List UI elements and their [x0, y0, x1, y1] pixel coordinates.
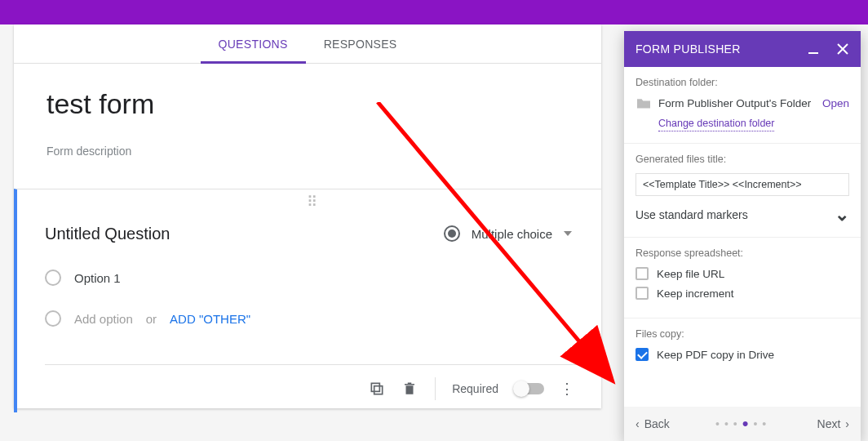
duplicate-button[interactable] — [365, 376, 389, 401]
form-publisher-panel: FORM PUBLISHER Destination folder: Form … — [624, 31, 861, 441]
toggle-thumb — [513, 381, 529, 397]
more-vertical-icon: ⋮ — [560, 380, 576, 398]
editor-tabs: QUESTIONS RESPONSES — [14, 24, 601, 64]
next-label: Next — [817, 417, 841, 430]
checkbox-icon — [636, 267, 649, 280]
tab-responses[interactable]: RESPONSES — [306, 24, 415, 63]
spreadsheet-section: Response spreadsheet: Keep file URL Keep… — [624, 238, 861, 318]
add-other-button[interactable]: ADD "OTHER" — [170, 312, 250, 326]
generated-title-section: Generated files title: Use standard mark… — [624, 144, 861, 238]
folder-icon — [636, 96, 652, 109]
files-copy-section: Files copy: Keep PDF copy in Drive — [624, 318, 861, 379]
back-label: Back — [644, 417, 670, 430]
minimize-icon[interactable] — [808, 52, 818, 54]
required-toggle[interactable] — [515, 383, 544, 394]
change-destination-link[interactable]: Change destination folder — [658, 118, 774, 131]
keep-increment-label: Keep increment — [657, 287, 734, 300]
divider — [435, 377, 436, 400]
question-card: ⠿ Untitled Question Multiple choice Opti… — [14, 189, 601, 412]
question-footer: Required ⋮ — [45, 364, 580, 412]
dropdown-icon — [564, 231, 572, 236]
copy-icon — [369, 381, 385, 397]
destination-label: Destination folder: — [636, 77, 849, 88]
tab-questions[interactable]: QUESTIONS — [201, 24, 306, 63]
form-title[interactable]: test form — [46, 88, 569, 120]
destination-section: Destination folder: Form Publisher Outpu… — [624, 67, 861, 144]
svg-rect-1 — [372, 383, 380, 391]
files-copy-label: Files copy: — [636, 328, 849, 340]
close-icon[interactable] — [836, 42, 849, 56]
form-header: test form Form description — [14, 64, 601, 174]
spreadsheet-label: Response spreadsheet: — [636, 247, 849, 259]
panel-header: FORM PUBLISHER — [624, 31, 861, 67]
markers-label: Use standard markers — [636, 208, 748, 221]
keep-pdf-label: Keep PDF copy in Drive — [657, 349, 774, 361]
open-folder-link[interactable]: Open — [822, 97, 849, 109]
svg-rect-0 — [374, 386, 383, 394]
option-label: Option 1 — [74, 271, 121, 285]
or-text: or — [146, 312, 157, 326]
required-label: Required — [452, 382, 498, 395]
generated-title-label: Generated files title: — [636, 154, 849, 165]
form-description[interactable]: Form description — [46, 145, 569, 158]
checkbox-icon — [636, 287, 649, 300]
step-indicator: •••••• — [670, 413, 817, 434]
radio-icon — [444, 225, 460, 242]
form-editor-card: QUESTIONS RESPONSES test form Form descr… — [14, 24, 601, 408]
panel-footer: ‹ Back •••••• Next › — [624, 407, 861, 441]
chevron-right-icon: › — [845, 417, 849, 430]
chevron-down-icon: ⌄ — [835, 204, 849, 225]
question-type-label: Multiple choice — [472, 227, 552, 241]
generated-title-input[interactable] — [636, 173, 849, 196]
chevron-left-icon: ‹ — [636, 417, 640, 430]
trash-icon — [402, 381, 417, 397]
destination-folder-name: Form Publisher Output's Folder — [658, 97, 816, 109]
markers-dropdown[interactable]: Use standard markers ⌄ — [636, 204, 849, 225]
radio-outline-icon — [45, 270, 61, 286]
option-row[interactable]: Option 1 — [45, 270, 580, 286]
more-button[interactable]: ⋮ — [556, 376, 580, 401]
question-title[interactable]: Untitled Question — [45, 225, 436, 243]
keep-pdf-checkbox[interactable]: Keep PDF copy in Drive — [636, 348, 849, 361]
panel-title: FORM PUBLISHER — [636, 42, 808, 56]
radio-outline-icon — [45, 310, 61, 327]
keep-url-label: Keep file URL — [657, 268, 724, 280]
question-type-select[interactable]: Multiple choice — [436, 220, 580, 247]
keep-increment-checkbox[interactable]: Keep increment — [636, 287, 849, 300]
keep-url-checkbox[interactable]: Keep file URL — [636, 267, 849, 280]
app-top-bar — [0, 0, 868, 24]
back-button[interactable]: ‹ Back — [636, 417, 670, 430]
add-option-text[interactable]: Add option — [74, 312, 133, 326]
delete-button[interactable] — [397, 376, 422, 401]
checkbox-checked-icon — [636, 348, 649, 361]
next-button[interactable]: Next › — [817, 417, 849, 430]
add-option-row: Add option or ADD "OTHER" — [45, 310, 580, 327]
drag-handle-icon[interactable]: ⠿ — [45, 189, 580, 211]
